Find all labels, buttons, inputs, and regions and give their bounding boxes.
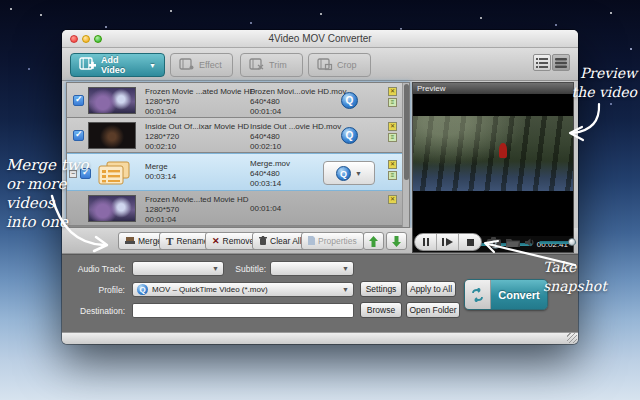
merge-icon xyxy=(125,236,135,247)
output-resolution: 640*480 xyxy=(250,97,346,107)
merge-name: Merge xyxy=(145,162,176,172)
speaker-icon[interactable] xyxy=(525,238,535,247)
snapshot-camera-button[interactable] xyxy=(487,237,501,247)
film-crop-icon xyxy=(317,58,333,73)
desktop-background: 4Video MOV Converter Add Video ▼ Effect xyxy=(0,0,640,400)
volume-slider[interactable] xyxy=(539,241,576,244)
effect-label: Effect xyxy=(199,60,222,70)
source-duration: 00:02:10 xyxy=(145,142,249,152)
source-duration: 00:01:04 xyxy=(145,215,249,225)
apply-to-all-label: Apply to All xyxy=(410,284,452,294)
remove-item-icon[interactable]: ✕ xyxy=(388,195,397,204)
video-row-insideout[interactable]: Inside Out Of...ixar Movie HD 1280*720 0… xyxy=(67,118,403,153)
merge-annotation: Merge two or more videos into one xyxy=(6,156,89,232)
play-icon xyxy=(442,238,453,246)
browse-button[interactable]: Browse xyxy=(360,302,402,318)
video-list[interactable]: Frozen Movie ...ated Movie HD 1280*570 0… xyxy=(66,82,410,228)
add-video-button[interactable]: Add Video ▼ xyxy=(70,53,165,77)
properties-button[interactable]: Properties xyxy=(301,232,364,250)
chevron-down-icon: ▼ xyxy=(342,265,349,272)
source-name: Frozen Movie ...ated Movie HD xyxy=(145,87,255,97)
source-name: Inside Out Of...ixar Movie HD xyxy=(145,122,249,132)
trim-button[interactable]: Trim xyxy=(240,53,303,77)
document-icon xyxy=(308,236,315,247)
stop-button[interactable] xyxy=(459,234,481,250)
window-title: 4Video MOV Converter xyxy=(62,33,578,44)
merge-group-icon xyxy=(97,160,131,190)
output-format-dropdown[interactable]: ▼ xyxy=(323,161,375,185)
film-effect-icon xyxy=(179,58,195,73)
checkbox-checked-icon[interactable] xyxy=(73,130,84,141)
video-row-merge-selected[interactable]: − Merge 00:03:14 Merge.mov xyxy=(67,153,403,191)
output-name: Frozen Movi...ovie HD.mov xyxy=(250,87,346,97)
main-toolbar: Add Video ▼ Effect Trim Crop xyxy=(62,48,578,81)
subtitle-label: Subtitle: xyxy=(228,264,266,274)
video-row-merge-child[interactable]: Frozen Movie...ted Movie HD 1280*570 00:… xyxy=(67,191,403,226)
video-thumbnail xyxy=(88,195,136,222)
resize-grip[interactable] xyxy=(567,333,577,343)
merge-duration: 00:03:14 xyxy=(145,172,176,182)
add-video-label: Add Video xyxy=(101,55,143,75)
stop-icon xyxy=(467,239,474,246)
settings-button[interactable]: Settings xyxy=(360,281,402,297)
audio-track-dropdown[interactable]: ▼ xyxy=(132,261,224,276)
scrollbar-thumb[interactable] xyxy=(404,84,409,180)
preview-pane: Preview 00:01:27 00:02:41 xyxy=(412,82,574,253)
quicktime-icon[interactable] xyxy=(341,127,358,144)
film-trim-icon xyxy=(249,58,265,73)
move-down-button[interactable] xyxy=(386,232,407,250)
quicktime-icon[interactable] xyxy=(341,92,358,109)
app-window: 4Video MOV Converter Add Video ▼ Effect xyxy=(62,30,578,344)
audio-track-label: Audio Track: xyxy=(68,264,125,274)
open-snapshot-folder-button[interactable] xyxy=(506,237,520,247)
video-thumbnail xyxy=(88,87,136,114)
convert-button-label: Convert xyxy=(491,280,547,309)
open-folder-button[interactable]: Open Folder xyxy=(406,302,460,318)
playback-controls xyxy=(414,231,576,253)
convert-status-icon: ≡ xyxy=(388,171,397,180)
convert-button[interactable]: Convert xyxy=(464,279,548,310)
clear-all-button-label: Clear All xyxy=(270,236,302,246)
list-view-toggle-button[interactable] xyxy=(533,54,551,71)
source-resolution: 1280*570 xyxy=(145,205,249,215)
crop-button[interactable]: Crop xyxy=(308,53,371,77)
star-field xyxy=(10,8,12,10)
destination-field[interactable] xyxy=(132,303,354,318)
preview-video-frame[interactable] xyxy=(413,116,573,191)
remove-item-icon[interactable]: ✕ xyxy=(388,87,397,96)
convert-status-icon: ≡ xyxy=(388,98,397,107)
remove-item-icon[interactable]: ✕ xyxy=(388,122,397,131)
trim-label: Trim xyxy=(269,60,287,70)
pause-button[interactable] xyxy=(415,234,437,250)
snapshot-annotation: Take snapshot xyxy=(543,258,640,296)
open-folder-label: Open Folder xyxy=(409,305,456,315)
properties-button-label: Properties xyxy=(318,236,357,246)
volume-slider-thumb[interactable] xyxy=(568,238,576,246)
output-resolution: 640*480 xyxy=(250,169,290,179)
output-duration: 00:03:14 xyxy=(250,179,290,189)
red-figure xyxy=(499,143,507,158)
source-name: Frozen Movie...ted Movie HD xyxy=(145,195,249,205)
film-plus-icon xyxy=(79,57,97,74)
preview-title: Preview xyxy=(413,83,573,94)
output-settings-panel: Audio Track: ▼ Subtitle: ▼ Profile: MOV … xyxy=(62,254,578,332)
profile-label: Profile: xyxy=(68,285,125,295)
destination-label: Destination: xyxy=(68,306,125,316)
convert-status-icon: ≡ xyxy=(388,133,397,142)
title-bar[interactable]: 4Video MOV Converter xyxy=(62,30,578,48)
source-resolution: 1280*720 xyxy=(145,132,249,142)
play-button[interactable] xyxy=(437,234,459,250)
chevron-down-icon: ▼ xyxy=(355,170,362,177)
effect-button[interactable]: Effect xyxy=(170,53,233,77)
output-name: Merge.mov xyxy=(250,159,290,169)
sync-arrows-icon xyxy=(465,280,491,309)
checkbox-checked-icon[interactable] xyxy=(73,95,84,106)
list-scrollbar[interactable] xyxy=(402,83,409,227)
move-up-button[interactable] xyxy=(363,232,384,250)
video-row-frozen[interactable]: Frozen Movie ...ated Movie HD 1280*570 0… xyxy=(67,83,403,118)
subtitle-dropdown[interactable]: ▼ xyxy=(270,261,354,276)
profile-dropdown[interactable]: MOV – QuickTime Video (*.mov) ▼ xyxy=(132,282,354,297)
remove-item-icon[interactable]: ✕ xyxy=(388,160,397,169)
quicktime-icon xyxy=(137,284,148,295)
apply-to-all-button[interactable]: Apply to All xyxy=(406,281,456,297)
